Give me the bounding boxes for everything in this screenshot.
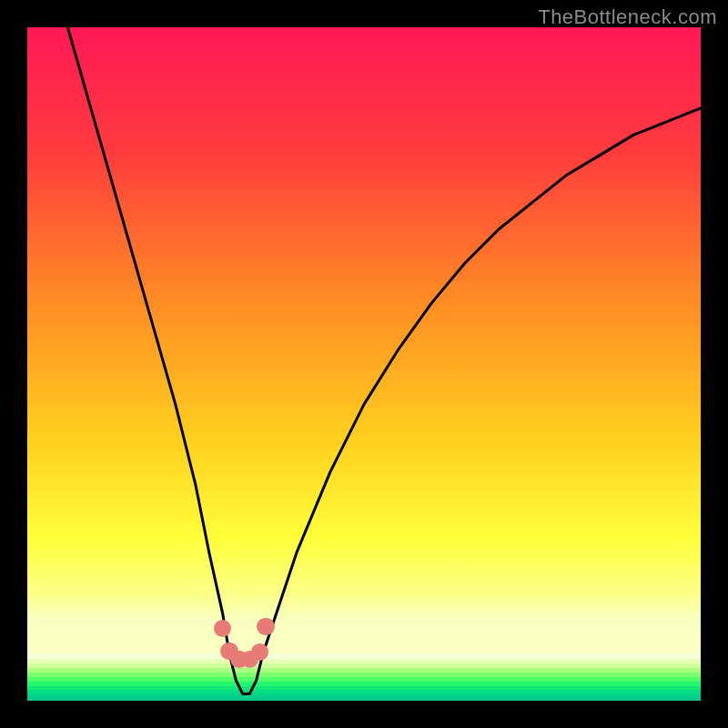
watermark: TheBottleneck.com <box>538 5 717 29</box>
bottleneck-curve <box>27 27 701 701</box>
curve-path <box>67 27 701 694</box>
curve-marker <box>257 618 274 635</box>
plot-area <box>27 27 701 701</box>
